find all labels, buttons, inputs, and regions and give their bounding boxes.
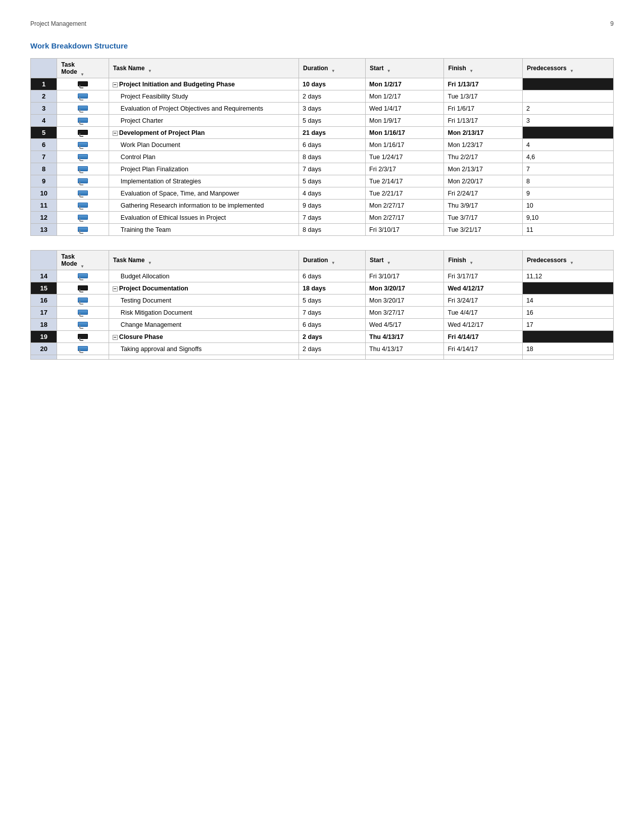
col-header-name: Task Name [109, 59, 299, 78]
row-num: 9 [31, 175, 57, 187]
row-num: 18 [31, 319, 57, 331]
row-task-name: Implementation of Strategies [109, 175, 299, 187]
sort-icon[interactable] [570, 259, 574, 263]
row-duration: 7 days [299, 307, 366, 319]
row-duration: 6 days [299, 270, 366, 282]
sort-icon[interactable] [469, 259, 473, 263]
row-start: Tue 1/24/17 [366, 151, 444, 163]
page-header: Project Management 9 [30, 20, 614, 27]
sort-icon[interactable] [148, 67, 152, 71]
sort-icon[interactable] [80, 262, 84, 266]
col-header-start: Start [366, 59, 444, 78]
sort-icon[interactable] [469, 67, 473, 71]
row-duration: 3 days [299, 103, 366, 115]
row-start: Mon 1/9/17 [366, 115, 444, 127]
col-header-num [31, 59, 57, 78]
task-icon [78, 166, 88, 171]
task-icon [78, 227, 88, 232]
row-start: Thu 4/13/17 [366, 343, 444, 355]
row-num: 1 [31, 78, 57, 90]
row-task-name: −Project Documentation [109, 282, 299, 295]
row-mode [57, 307, 109, 319]
row-task-name: Change Management [109, 319, 299, 331]
table-row: 16Testing Document5 daysMon 3/20/17Fri 3… [31, 295, 614, 307]
table-row: 17Risk Mitigation Document7 daysMon 3/27… [31, 307, 614, 319]
row-task-name: Project Plan Finalization [109, 163, 299, 175]
row-mode [57, 343, 109, 355]
row-task-name: Project Charter [109, 115, 299, 127]
row-num: 19 [31, 331, 57, 343]
table-row: 5−Development of Project Plan21 daysMon … [31, 127, 614, 139]
row-finish: Tue 4/4/17 [444, 307, 522, 319]
row-start: Tue 2/14/17 [366, 175, 444, 187]
row-mode [57, 175, 109, 187]
col-header-mode: TaskMode [57, 251, 109, 270]
row-finish: Fri 4/14/17 [444, 331, 522, 343]
row-finish: Mon 2/20/17 [444, 175, 522, 187]
row-duration: 4 days [299, 187, 366, 200]
collapse-icon[interactable]: − [113, 335, 118, 340]
col-header-finish: Finish [444, 59, 522, 78]
sort-icon[interactable] [80, 70, 84, 74]
page-number: 9 [610, 20, 614, 27]
sort-icon[interactable] [331, 67, 335, 71]
col-header-name: Task Name [109, 251, 299, 270]
table-row: 19−Closure Phase2 daysThu 4/13/17Fri 4/1… [31, 331, 614, 343]
sort-icon[interactable] [570, 67, 574, 71]
row-predecessors: 9 [522, 187, 613, 200]
row-duration: 5 days [299, 175, 366, 187]
row-predecessors: 10 [522, 200, 613, 212]
summary-icon [78, 81, 88, 86]
row-predecessors [522, 331, 613, 343]
row-duration: 6 days [299, 139, 366, 151]
row-finish: Fri 1/6/17 [444, 103, 522, 115]
row-duration: 8 days [299, 224, 366, 236]
col-header-predecessors: Predecessors [522, 59, 613, 78]
row-finish: Mon 2/13/17 [444, 163, 522, 175]
row-finish: Tue 1/3/17 [444, 90, 522, 103]
row-duration [299, 355, 366, 360]
collapse-icon[interactable]: − [113, 82, 118, 87]
table-row: 11Gathering Research information to be i… [31, 200, 614, 212]
summary-icon [78, 334, 88, 339]
sort-icon[interactable] [387, 67, 391, 71]
row-predecessors: 18 [522, 343, 613, 355]
task-icon [78, 118, 88, 123]
table-row: 12Evaluation of Ethical Issues in Projec… [31, 212, 614, 224]
row-duration: 21 days [299, 127, 366, 139]
row-finish: Wed 4/12/17 [444, 282, 522, 295]
row-num: 20 [31, 343, 57, 355]
row-duration: 5 days [299, 115, 366, 127]
sort-icon[interactable] [148, 259, 152, 263]
table-row: 9Implementation of Strategies5 daysTue 2… [31, 175, 614, 187]
sort-icon[interactable] [387, 259, 391, 263]
row-duration: 2 days [299, 331, 366, 343]
section-title: Work Breakdown Structure [30, 41, 614, 50]
col-header-duration: Duration [299, 59, 366, 78]
row-task-name: Evaluation of Ethical Issues in Project [109, 212, 299, 224]
sort-icon[interactable] [331, 259, 335, 263]
row-finish: Mon 2/13/17 [444, 127, 522, 139]
row-task-name [109, 355, 299, 360]
row-mode [57, 212, 109, 224]
collapse-icon[interactable]: − [113, 131, 118, 136]
row-start: Wed 1/4/17 [366, 103, 444, 115]
row-start: Mon 1/2/17 [366, 78, 444, 90]
row-duration: 8 days [299, 151, 366, 163]
row-predecessors: 4 [522, 139, 613, 151]
row-num: 4 [31, 115, 57, 127]
row-duration: 18 days [299, 282, 366, 295]
row-mode [57, 163, 109, 175]
row-mode [57, 295, 109, 307]
collapse-icon[interactable]: − [113, 286, 118, 291]
row-finish [444, 355, 522, 360]
row-mode [57, 187, 109, 200]
table-row [31, 355, 614, 360]
row-start: Fri 3/10/17 [366, 270, 444, 282]
row-num: 12 [31, 212, 57, 224]
table-row: 15−Project Documentation18 daysMon 3/20/… [31, 282, 614, 295]
row-finish: Wed 4/12/17 [444, 319, 522, 331]
row-mode [57, 200, 109, 212]
row-start: Mon 2/27/17 [366, 200, 444, 212]
row-mode [57, 282, 109, 295]
